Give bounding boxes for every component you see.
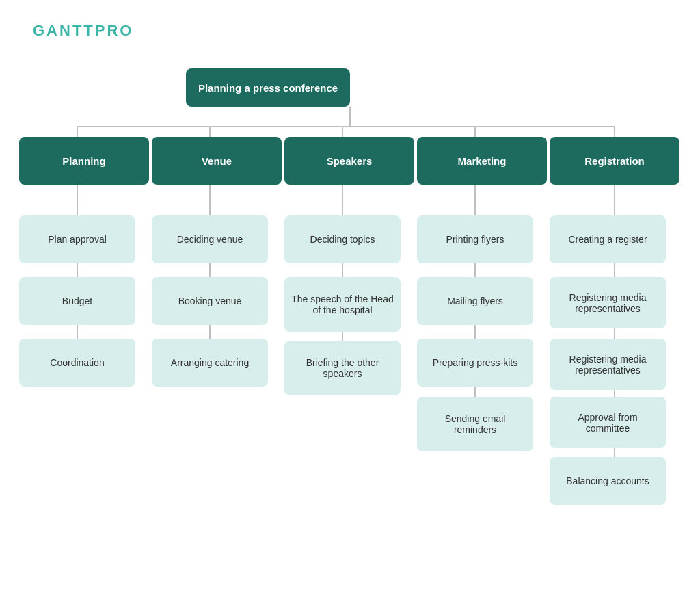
list-item: Deciding topics [284, 215, 401, 263]
list-item: Registering media representatives [550, 339, 666, 390]
list-item: The speech of the Head of the hospital [284, 277, 401, 332]
list-item: Arranging catering [152, 339, 268, 387]
list-item: Deciding venue [152, 215, 268, 263]
list-item: Mailing flyers [417, 277, 533, 325]
branch-marketing: Marketing [417, 137, 547, 185]
list-item: Printing flyers [417, 215, 533, 263]
list-item: Preparing press-kits [417, 339, 533, 387]
branch-speakers: Speakers [284, 137, 414, 185]
list-item: Plan approval [19, 215, 135, 263]
list-item: Briefing the other speakers [284, 341, 401, 395]
list-item: Sending email reminders [417, 397, 533, 451]
branch-venue: Venue [152, 137, 282, 185]
list-item: Approval from committee [550, 397, 666, 448]
list-item: Creating a register [550, 215, 666, 263]
list-item: Budget [19, 277, 135, 325]
root-node: Planning a press conference [186, 68, 350, 107]
list-item: Booking venue [152, 277, 268, 325]
list-item: Balancing accounts [550, 457, 666, 505]
list-item: Coordination [19, 339, 135, 387]
branch-planning: Planning [19, 137, 149, 185]
branch-registration: Registration [550, 137, 679, 185]
list-item: Registering media representatives [550, 277, 666, 328]
logo: GANTTPRO [33, 22, 133, 40]
